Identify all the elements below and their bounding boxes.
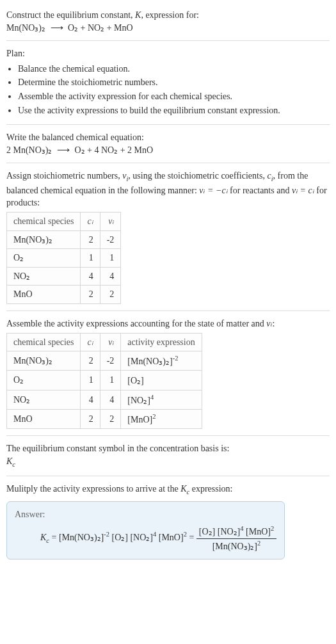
balanced-intro: Write the balanced chemical equation: (6, 131, 330, 144)
multiply-section: Mulitply the activity expressions to arr… (6, 479, 330, 563)
prompt-line-1: Construct the equilibrium constant, K, e… (6, 9, 330, 22)
kc-symbol: Kc (40, 533, 49, 542)
prompt-equation: Mn(NO₃)₂ ⟶ O₂ + NO₂ + MnO (6, 22, 330, 35)
cell-c: 2 (81, 409, 100, 428)
cell-species: NO₂ (7, 390, 81, 409)
cell-nu: 1 (100, 371, 121, 390)
plan-item: Determine the stoichiometric numbers. (18, 76, 330, 89)
cell-species: O₂ (7, 371, 81, 390)
fraction-numerator: [O₂] [NO₂]4 [MnO]2 (196, 524, 276, 538)
cell-species: MnO (7, 409, 81, 428)
divider (6, 476, 330, 476)
cell-nu: -2 (100, 351, 121, 371)
table-row: MnO 2 2 (7, 286, 121, 304)
col-c: cᵢ (81, 213, 100, 231)
assign-section: Assign stoichiometric numbers, νi, using… (6, 166, 330, 308)
col-c: cᵢ (81, 333, 100, 351)
assign-part: , using the stoichiometric coefficients, (128, 171, 267, 181)
equals: = (49, 533, 59, 542)
cell-nu: 2 (100, 286, 121, 304)
divider (6, 124, 330, 125)
divider (6, 40, 330, 41)
multiply-part: Mulitply the activity expressions to arr… (6, 484, 180, 494)
cell-c: 2 (81, 286, 100, 304)
kc-symbol: Kc (6, 455, 330, 469)
prompt-text-b: , expression for: (141, 10, 199, 20)
balanced-lhs: 2 Mn(NO₃)₂ (6, 145, 52, 155)
table-row: MnO 2 2 [MnO]2 (7, 409, 202, 428)
cell-activity: [NO₂]4 (121, 390, 202, 409)
table-row: O₂ 1 1 (7, 249, 121, 268)
cell-species: O₂ (7, 249, 81, 268)
cell-c: 1 (81, 249, 100, 268)
table-row: NO₂ 4 4 [NO₂]4 (7, 390, 202, 409)
arrow-icon: ⟶ (54, 144, 72, 157)
prompt-section: Construct the equilibrium constant, K, e… (6, 5, 330, 38)
table-header-row: chemical species cᵢ νᵢ activity expressi… (7, 333, 202, 351)
fraction: [O₂] [NO₂]4 [MnO]2[Mn(NO₃)₂]2 (196, 524, 276, 552)
c-symbol: ci (267, 171, 273, 181)
plan-section: Plan: Balance the chemical equation. Det… (6, 44, 330, 122)
cell-activity: [MnO]2 (121, 409, 202, 428)
cell-c: 4 (81, 390, 100, 409)
cell-activity: [O₂] (121, 371, 202, 390)
col-activity: activity expression (121, 333, 202, 351)
answer-label: Answer: (15, 508, 276, 521)
col-nu: νᵢ (100, 333, 121, 351)
answer-box: Answer: Kc = [Mn(NO₃)₂]-2 [O₂] [NO₂]4 [M… (6, 501, 285, 559)
cell-activity: [Mn(NO₃)₂]-2 (121, 351, 202, 371)
prompt-K: K (135, 10, 141, 20)
plan-item: Assemble the activity expression for eac… (18, 90, 330, 103)
cell-species: Mn(NO₃)₂ (7, 230, 81, 249)
assemble-section: Assemble the activity expressions accoun… (6, 314, 330, 433)
assign-text: Assign stoichiometric numbers, νi, using… (6, 170, 330, 209)
multiply-text: Mulitply the activity expressions to arr… (6, 483, 330, 497)
relation-1: νᵢ = −cᵢ (199, 186, 227, 195)
kc-symbol: Kc (180, 484, 189, 494)
relation-2: νᵢ = cᵢ (292, 186, 314, 195)
prompt-eq-rhs: O₂ + NO₂ + MnO (68, 23, 133, 33)
col-species: chemical species (7, 333, 81, 351)
assign-part: Assign stoichiometric numbers, (6, 171, 122, 181)
col-nu: νᵢ (100, 213, 121, 231)
prompt-text-a: Construct the equilibrium constant, (6, 10, 135, 20)
divider (6, 435, 330, 436)
cell-nu: 4 (100, 390, 121, 409)
assemble-part: : (273, 319, 275, 328)
table-row: Mn(NO₃)₂ 2 -2 [Mn(NO₃)₂]-2 (7, 351, 202, 371)
table-row: O₂ 1 1 [O₂] (7, 371, 202, 390)
cell-species: NO₂ (7, 267, 81, 286)
assemble-text: Assemble the activity expressions accoun… (6, 318, 330, 330)
cell-nu: 4 (100, 267, 121, 286)
cell-nu: 1 (100, 249, 121, 268)
assign-part: for reactants and (228, 186, 292, 195)
flat-product: [Mn(NO₃)₂]-2 [O₂] [NO₂]4 [MnO]2 (59, 533, 187, 542)
divider (6, 310, 330, 311)
table-row: Mn(NO₃)₂ 2 -2 (7, 230, 121, 249)
plan-label: Plan: (6, 47, 330, 60)
balanced-rhs: O₂ + 4 NO₂ + 2 MnO (75, 145, 154, 155)
multiply-part: expression: (189, 484, 232, 494)
col-species: chemical species (7, 213, 81, 231)
cell-c: 2 (81, 230, 100, 249)
answer-equation: Kc = [Mn(NO₃)₂]-2 [O₂] [NO₂]4 [MnO]2 = [… (15, 524, 276, 552)
nu-symbol: νᵢ (266, 319, 272, 328)
fraction-denominator: [Mn(NO₃)₂]2 (196, 539, 276, 552)
activity-table: chemical species cᵢ νᵢ activity expressi… (6, 333, 202, 430)
stoich-table: chemical species cᵢ νᵢ Mn(NO₃)₂ 2 -2 O₂ … (6, 212, 121, 304)
cell-c: 2 (81, 351, 100, 371)
table-row: NO₂ 4 4 (7, 267, 121, 286)
cell-species: MnO (7, 286, 81, 304)
cell-c: 1 (81, 371, 100, 390)
plan-item: Use the activity expressions to build th… (18, 104, 330, 117)
cell-species: Mn(NO₃)₂ (7, 351, 81, 371)
plan-item: Balance the chemical equation. (18, 63, 330, 76)
balanced-section: Write the balanced chemical equation: 2 … (6, 127, 330, 160)
divider (6, 163, 330, 163)
basis-section: The equilibrium constant symbol in the c… (6, 439, 330, 473)
arrow-icon: ⟶ (48, 22, 66, 35)
plan-list: Balance the chemical equation. Determine… (6, 63, 330, 117)
equals: = (187, 533, 196, 542)
cell-c: 4 (81, 267, 100, 286)
prompt-eq-lhs: Mn(NO₃)₂ (6, 23, 45, 33)
